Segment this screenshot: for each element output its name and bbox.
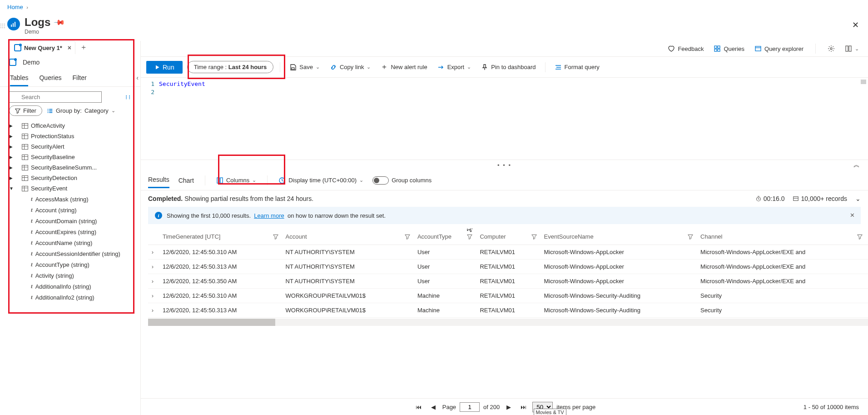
filter-icon[interactable] [857, 234, 863, 240]
first-page-button[interactable]: ⏮ [413, 401, 424, 412]
display-time-button[interactable]: Display time (UTC+00:00)⌄ [278, 177, 363, 184]
horizontal-scrollbar[interactable] [148, 319, 868, 326]
breadcrumb-home[interactable]: Home [7, 4, 23, 10]
column-node[interactable]: tAccountName (string) [4, 237, 137, 248]
query-tab[interactable]: New Query 1* × [9, 41, 75, 54]
pin-icon[interactable]: 📌 [54, 16, 66, 29]
run-button[interactable]: Run [146, 61, 183, 74]
close-blade-button[interactable]: ✕ [852, 20, 859, 30]
group-by-selector[interactable]: Group by: Category ⌄ [47, 107, 115, 114]
columns-button[interactable]: Columns⌄ [216, 177, 256, 184]
expand-row-icon[interactable]: › [148, 303, 161, 318]
cell: WORKGROUP\RETAILVM01$ [284, 289, 416, 303]
pin-button[interactable]: Pin to dashboard [478, 62, 538, 73]
feedback-button[interactable]: Feedback [668, 45, 704, 52]
tab-filter[interactable]: Filter [73, 70, 87, 86]
collapse-sidebar-icon[interactable]: ‹ [136, 74, 139, 81]
filter-icon[interactable] [405, 234, 410, 240]
query-duration: 00:16.0 [755, 195, 785, 202]
filter-pill[interactable]: Filter [9, 105, 42, 116]
table-node[interactable]: ▶SecurityAlert [4, 141, 137, 152]
pager: ⏮ ◀ Page of 200 ▶ ⏭ 50 items per page 1 … [141, 398, 868, 415]
new-alert-button[interactable]: ＋ New alert rule [378, 60, 430, 74]
table-node[interactable]: ▶SecurityDetection [4, 173, 137, 183]
cell: Machine [416, 303, 478, 318]
cell: Microsoft-Windows-Security-Auditing [542, 289, 699, 303]
expand-row-icon[interactable]: › [148, 260, 161, 274]
close-banner-icon[interactable]: ✕ [850, 212, 855, 219]
column-header[interactable]: AccountType [416, 229, 478, 245]
cell: 12/6/2020, 12:45:50.313 AM [161, 260, 284, 274]
column-header[interactable]: Account [284, 229, 416, 245]
table-node[interactable]: ▶OfficeActivity [4, 120, 137, 131]
prev-page-button[interactable]: ◀ [428, 401, 439, 412]
save-button[interactable]: Save⌄ [287, 62, 322, 73]
settings-gear-icon[interactable] [828, 45, 835, 52]
expand-row-icon[interactable]: › [148, 245, 161, 260]
filter-icon[interactable] [467, 234, 472, 240]
column-node[interactable]: tAdditionalInfo2 (string) [4, 292, 137, 303]
cell: Microsoft-Windows-AppLocker/EXE and [699, 260, 868, 274]
table-row[interactable]: ›12/6/2020, 12:45:50.310 AMWORKGROUP\RET… [148, 289, 868, 303]
search-input[interactable] [9, 91, 102, 103]
tab-tables[interactable]: Tables [10, 70, 28, 86]
close-tab-icon[interactable]: × [68, 44, 71, 51]
column-node[interactable]: tAccessMask (string) [4, 194, 137, 205]
page-input[interactable] [460, 402, 480, 412]
editor-code[interactable]: SecurityEvent [159, 80, 868, 157]
table-row[interactable]: ›12/6/2020, 12:45:50.313 AMWORKGROUP\RET… [148, 303, 868, 318]
copy-link-button[interactable]: Copy link⌄ [327, 62, 373, 73]
expand-row-icon[interactable]: › [148, 274, 161, 289]
new-tab-button[interactable]: ＋ [80, 43, 87, 52]
column-header[interactable]: Computer [478, 229, 542, 245]
expand-results-icon[interactable]: ⌄ [855, 195, 861, 202]
cell: Microsoft-Windows-AppLocker/EXE and [699, 274, 868, 289]
queries-button[interactable]: Queries [714, 45, 744, 52]
column-node[interactable]: tAccount (string) [4, 205, 137, 215]
scope-name[interactable]: Demo [23, 59, 40, 66]
query-explorer-button[interactable]: Query explorer [754, 45, 804, 52]
cell: Microsoft-Windows-Security-Auditing [542, 303, 699, 318]
results-table: TimeGenerated [UTC]AccountAccountTypeCom… [148, 229, 868, 318]
column-header[interactable]: EventSourceName [542, 229, 699, 245]
column-node[interactable]: tAccountSessionIdentifier (string) [4, 248, 137, 259]
column-node[interactable]: tAccountDomain (string) [4, 215, 137, 226]
last-page-button[interactable]: ⏭ [518, 401, 529, 412]
column-header[interactable]: Channel [699, 229, 868, 245]
next-page-button[interactable]: ▶ [503, 401, 514, 412]
svg-rect-11 [714, 46, 717, 48]
expand-row-icon[interactable]: › [148, 289, 161, 303]
search-settings-icon[interactable]: ⫶⫶ [125, 94, 131, 100]
column-node[interactable]: tActivity (string) [4, 270, 137, 281]
table-node[interactable]: ▶SecurityBaseline [4, 152, 137, 162]
table-row[interactable]: ›12/6/2020, 12:45:50.310 AMNT AUTHORITY\… [148, 245, 868, 260]
record-count: 10,000+ records [793, 195, 847, 202]
results-tab[interactable]: Results [148, 172, 169, 188]
table-node[interactable]: ▶ProtectionStatus [4, 131, 137, 141]
table-node-expanded[interactable]: ▼SecurityEvent [4, 183, 137, 194]
learn-more-link[interactable]: Learn more [254, 212, 284, 219]
format-query-button[interactable]: Format query [552, 62, 602, 73]
results-splitter[interactable]: • • • ︽ [141, 160, 868, 170]
tab-queries[interactable]: Queries [39, 70, 61, 86]
table-row[interactable]: ›12/6/2020, 12:45:50.350 AMNT AUTHORITY\… [148, 274, 868, 289]
time-range-picker[interactable]: Time range : Last 24 hours [187, 61, 274, 73]
column-node[interactable]: tAdditionalInfo (string) [4, 281, 137, 292]
cell: RETAILVM01 [478, 245, 542, 260]
filter-icon[interactable] [531, 234, 537, 240]
table-node[interactable]: ▶SecurityBaselineSumm... [4, 162, 137, 173]
filter-icon[interactable] [273, 234, 278, 240]
column-node[interactable]: tAccountType (string) [4, 259, 137, 270]
column-header[interactable]: TimeGenerated [UTC] [161, 229, 284, 245]
query-editor[interactable]: 12 SecurityEvent [141, 78, 868, 160]
toggle-off-icon[interactable] [372, 176, 389, 185]
chevron-up-icon[interactable]: ︽ [853, 161, 860, 169]
chart-tab[interactable]: Chart [179, 173, 194, 188]
column-node[interactable]: tAccountExpires (string) [4, 226, 137, 237]
export-button[interactable]: Export⌄ [435, 62, 474, 73]
group-columns-toggle[interactable]: Group columns [372, 176, 432, 185]
status-bar: Completed. Showing partial results from … [141, 190, 868, 207]
layout-icon[interactable]: ⌄ [845, 45, 859, 52]
table-row[interactable]: ›12/6/2020, 12:45:50.313 AMNT AUTHORITY\… [148, 260, 868, 274]
filter-icon[interactable] [688, 234, 693, 240]
